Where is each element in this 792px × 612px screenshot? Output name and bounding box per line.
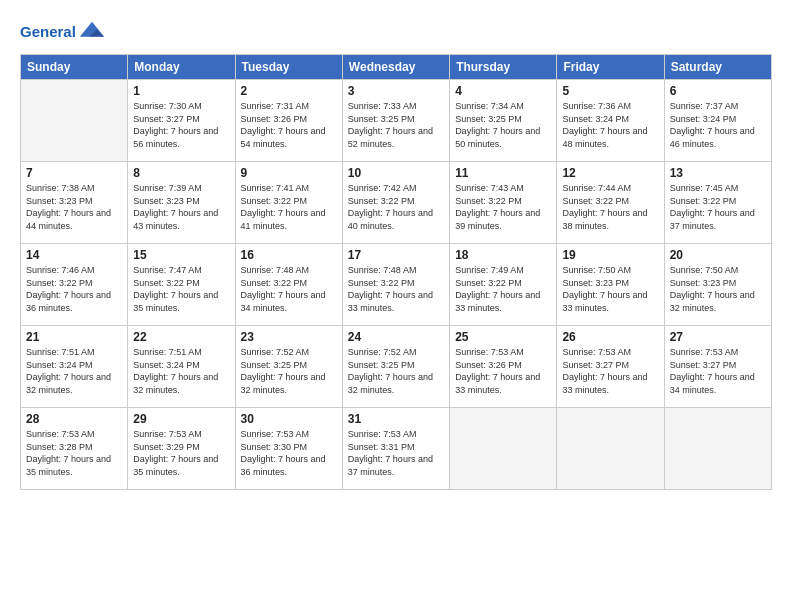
calendar-cell: 29Sunrise: 7:53 AMSunset: 3:29 PMDayligh… [128,408,235,490]
calendar-cell: 5Sunrise: 7:36 AMSunset: 3:24 PMDaylight… [557,80,664,162]
cell-info: Sunrise: 7:41 AMSunset: 3:22 PMDaylight:… [241,182,337,232]
cell-info: Sunrise: 7:37 AMSunset: 3:24 PMDaylight:… [670,100,766,150]
cell-info: Sunrise: 7:44 AMSunset: 3:22 PMDaylight:… [562,182,658,232]
day-number: 1 [133,84,229,98]
calendar-cell: 7Sunrise: 7:38 AMSunset: 3:23 PMDaylight… [21,162,128,244]
calendar-cell: 2Sunrise: 7:31 AMSunset: 3:26 PMDaylight… [235,80,342,162]
cell-info: Sunrise: 7:52 AMSunset: 3:25 PMDaylight:… [348,346,444,396]
day-number: 20 [670,248,766,262]
cell-info: Sunrise: 7:47 AMSunset: 3:22 PMDaylight:… [133,264,229,314]
cell-info: Sunrise: 7:51 AMSunset: 3:24 PMDaylight:… [133,346,229,396]
calendar-week-row: 28Sunrise: 7:53 AMSunset: 3:28 PMDayligh… [21,408,772,490]
cell-info: Sunrise: 7:46 AMSunset: 3:22 PMDaylight:… [26,264,122,314]
day-number: 28 [26,412,122,426]
day-number: 14 [26,248,122,262]
cell-info: Sunrise: 7:50 AMSunset: 3:23 PMDaylight:… [562,264,658,314]
calendar-cell: 28Sunrise: 7:53 AMSunset: 3:28 PMDayligh… [21,408,128,490]
day-number: 9 [241,166,337,180]
cell-info: Sunrise: 7:48 AMSunset: 3:22 PMDaylight:… [241,264,337,314]
cell-info: Sunrise: 7:53 AMSunset: 3:27 PMDaylight:… [562,346,658,396]
calendar-cell: 18Sunrise: 7:49 AMSunset: 3:22 PMDayligh… [450,244,557,326]
day-number: 24 [348,330,444,344]
cell-info: Sunrise: 7:53 AMSunset: 3:31 PMDaylight:… [348,428,444,478]
header: General [20,18,772,46]
calendar-cell: 31Sunrise: 7:53 AMSunset: 3:31 PMDayligh… [342,408,449,490]
calendar-cell [450,408,557,490]
calendar-cell: 30Sunrise: 7:53 AMSunset: 3:30 PMDayligh… [235,408,342,490]
cell-info: Sunrise: 7:33 AMSunset: 3:25 PMDaylight:… [348,100,444,150]
page: General SundayMondayTuesdayWednesdayThur… [0,0,792,612]
calendar-week-row: 21Sunrise: 7:51 AMSunset: 3:24 PMDayligh… [21,326,772,408]
calendar-cell: 4Sunrise: 7:34 AMSunset: 3:25 PMDaylight… [450,80,557,162]
cell-info: Sunrise: 7:43 AMSunset: 3:22 PMDaylight:… [455,182,551,232]
calendar-cell: 14Sunrise: 7:46 AMSunset: 3:22 PMDayligh… [21,244,128,326]
cell-info: Sunrise: 7:39 AMSunset: 3:23 PMDaylight:… [133,182,229,232]
calendar-cell: 1Sunrise: 7:30 AMSunset: 3:27 PMDaylight… [128,80,235,162]
calendar-cell: 19Sunrise: 7:50 AMSunset: 3:23 PMDayligh… [557,244,664,326]
calendar-cell [664,408,771,490]
calendar-week-row: 7Sunrise: 7:38 AMSunset: 3:23 PMDaylight… [21,162,772,244]
cell-info: Sunrise: 7:42 AMSunset: 3:22 PMDaylight:… [348,182,444,232]
cell-info: Sunrise: 7:30 AMSunset: 3:27 PMDaylight:… [133,100,229,150]
cell-info: Sunrise: 7:36 AMSunset: 3:24 PMDaylight:… [562,100,658,150]
weekday-header: Thursday [450,55,557,80]
cell-info: Sunrise: 7:38 AMSunset: 3:23 PMDaylight:… [26,182,122,232]
cell-info: Sunrise: 7:52 AMSunset: 3:25 PMDaylight:… [241,346,337,396]
calendar-cell: 21Sunrise: 7:51 AMSunset: 3:24 PMDayligh… [21,326,128,408]
day-number: 25 [455,330,551,344]
day-number: 6 [670,84,766,98]
day-number: 7 [26,166,122,180]
weekday-header: Wednesday [342,55,449,80]
cell-info: Sunrise: 7:34 AMSunset: 3:25 PMDaylight:… [455,100,551,150]
weekday-header: Tuesday [235,55,342,80]
day-number: 29 [133,412,229,426]
weekday-header: Monday [128,55,235,80]
day-number: 10 [348,166,444,180]
logo-text: General [20,24,76,41]
calendar-cell: 13Sunrise: 7:45 AMSunset: 3:22 PMDayligh… [664,162,771,244]
calendar: SundayMondayTuesdayWednesdayThursdayFrid… [20,54,772,490]
calendar-cell: 8Sunrise: 7:39 AMSunset: 3:23 PMDaylight… [128,162,235,244]
weekday-header: Friday [557,55,664,80]
day-number: 19 [562,248,658,262]
cell-info: Sunrise: 7:53 AMSunset: 3:29 PMDaylight:… [133,428,229,478]
calendar-cell: 10Sunrise: 7:42 AMSunset: 3:22 PMDayligh… [342,162,449,244]
day-number: 18 [455,248,551,262]
day-number: 4 [455,84,551,98]
calendar-cell: 26Sunrise: 7:53 AMSunset: 3:27 PMDayligh… [557,326,664,408]
calendar-week-row: 14Sunrise: 7:46 AMSunset: 3:22 PMDayligh… [21,244,772,326]
day-number: 5 [562,84,658,98]
cell-info: Sunrise: 7:48 AMSunset: 3:22 PMDaylight:… [348,264,444,314]
cell-info: Sunrise: 7:53 AMSunset: 3:28 PMDaylight:… [26,428,122,478]
logo-icon [78,18,106,46]
calendar-cell: 25Sunrise: 7:53 AMSunset: 3:26 PMDayligh… [450,326,557,408]
calendar-cell: 20Sunrise: 7:50 AMSunset: 3:23 PMDayligh… [664,244,771,326]
cell-info: Sunrise: 7:50 AMSunset: 3:23 PMDaylight:… [670,264,766,314]
day-number: 15 [133,248,229,262]
cell-info: Sunrise: 7:49 AMSunset: 3:22 PMDaylight:… [455,264,551,314]
cell-info: Sunrise: 7:53 AMSunset: 3:30 PMDaylight:… [241,428,337,478]
day-number: 26 [562,330,658,344]
day-number: 30 [241,412,337,426]
day-number: 12 [562,166,658,180]
day-number: 22 [133,330,229,344]
calendar-cell: 15Sunrise: 7:47 AMSunset: 3:22 PMDayligh… [128,244,235,326]
day-number: 16 [241,248,337,262]
calendar-cell: 11Sunrise: 7:43 AMSunset: 3:22 PMDayligh… [450,162,557,244]
calendar-cell: 12Sunrise: 7:44 AMSunset: 3:22 PMDayligh… [557,162,664,244]
calendar-cell: 24Sunrise: 7:52 AMSunset: 3:25 PMDayligh… [342,326,449,408]
weekday-header: Sunday [21,55,128,80]
calendar-cell: 22Sunrise: 7:51 AMSunset: 3:24 PMDayligh… [128,326,235,408]
calendar-week-row: 1Sunrise: 7:30 AMSunset: 3:27 PMDaylight… [21,80,772,162]
cell-info: Sunrise: 7:31 AMSunset: 3:26 PMDaylight:… [241,100,337,150]
day-number: 3 [348,84,444,98]
calendar-cell: 3Sunrise: 7:33 AMSunset: 3:25 PMDaylight… [342,80,449,162]
calendar-cell: 23Sunrise: 7:52 AMSunset: 3:25 PMDayligh… [235,326,342,408]
calendar-cell [21,80,128,162]
day-number: 11 [455,166,551,180]
calendar-cell: 9Sunrise: 7:41 AMSunset: 3:22 PMDaylight… [235,162,342,244]
day-number: 2 [241,84,337,98]
cell-info: Sunrise: 7:53 AMSunset: 3:26 PMDaylight:… [455,346,551,396]
day-number: 21 [26,330,122,344]
calendar-cell: 6Sunrise: 7:37 AMSunset: 3:24 PMDaylight… [664,80,771,162]
